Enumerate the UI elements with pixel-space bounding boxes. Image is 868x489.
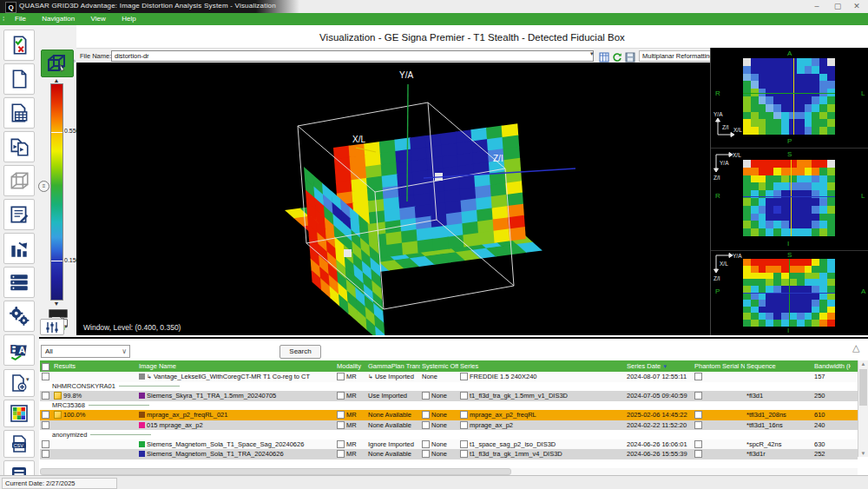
menu-help[interactable]: Help [115,13,141,25]
row-checkbox[interactable] [694,421,702,429]
close-button[interactable]: ✕ [847,0,866,12]
row-checkbox[interactable] [337,450,345,458]
document-table-button[interactable] [3,97,35,129]
panel-expand-chevron-icon[interactable]: › [73,56,76,65]
scale-up-arrow[interactable]: ▲ [49,77,63,83]
row-checkbox[interactable] [460,373,468,380]
table-row[interactable]: 100.0%mprage_ax_p2_freqRL_021MRNone Avai… [40,410,858,420]
header-gammaplan[interactable]: GammaPlan Transform [366,360,420,372]
row-checkbox[interactable] [694,373,702,380]
group-header-row[interactable]: NHMRCONSKYRA01 [40,382,858,392]
row-checkbox[interactable] [337,392,345,400]
view-3d-toggle-button[interactable] [41,50,74,77]
row-checkbox[interactable] [422,421,430,429]
row-checkbox[interactable] [422,411,430,419]
header-series[interactable]: Series [458,360,625,372]
color-scale-gradient[interactable] [50,83,63,301]
horizontal-scrollbar[interactable] [40,468,858,475]
table-header-row[interactable]: ResultsImage NameModalityGammaPlan Trans… [40,360,858,372]
ortho-view-axial[interactable]: A R L P Y/A Z/I X/L [711,48,868,148]
row-checkbox[interactable] [422,450,430,458]
maximize-button[interactable]: ▢ [828,0,847,12]
visualization-header: Visualization - GE Signa Premier - T1 St… [76,25,868,48]
ortho-view-sagittal[interactable]: S P A I Y/A X/L Z/I [711,251,868,335]
header-series-date[interactable]: Series Date ▼ [625,360,693,372]
select-all-checkbox[interactable] [42,363,49,371]
header-phantom-serial[interactable]: Phantom Serial Number [693,360,745,372]
levels-button[interactable] [40,319,64,335]
header-results[interactable]: Results [52,360,137,372]
row-checkbox[interactable] [694,440,702,448]
row-checkbox[interactable] [337,421,345,429]
levels-dropdown-caret[interactable]: ▾ [64,323,68,330]
settings-gears-button[interactable] [3,301,35,332]
bar-chart-button[interactable] [3,233,35,264]
header-image-name[interactable]: Image Name [137,360,335,372]
vertical-scroll-thumb[interactable] [859,369,867,406]
collapse-triangle-icon[interactable]: △ [852,342,859,354]
row-checkbox[interactable] [694,411,702,419]
copy-documents-button[interactable] [3,131,35,162]
axial-heatmap[interactable] [743,58,835,135]
table-row[interactable]: Siemens_Magnetom_Sola_T1_TRA_20240626MRN… [40,449,858,459]
filter-combobox[interactable]: All ∨ [41,345,130,358]
menu-file[interactable]: File [9,13,32,25]
header-sequence[interactable]: Sequence [745,360,812,372]
viewport-3d[interactable]: Y/A X/L Z/I Window, Level: (0.400, 0.350… [76,63,710,335]
row-checkbox[interactable] [337,411,345,419]
vertical-scrollbar[interactable]: ▲ ▼ [858,360,868,457]
export-document-button[interactable]: ▾ [3,369,35,397]
file-dropdown-caret-icon[interactable]: ▾ [590,50,594,57]
row-checkbox[interactable] [460,392,468,400]
header-systemic-offset[interactable]: Systemic Offset [420,360,458,372]
row-checkbox[interactable] [42,440,49,448]
search-button[interactable]: Search [279,345,321,359]
table-row[interactable]: ↳Vantage_LeksellG_WithCoregCT-MR T1 Co-r… [40,372,858,382]
color-grid-button[interactable] [3,400,35,427]
row-checkbox[interactable] [422,392,430,400]
menu-grip-icon[interactable]: ⁞ [3,15,4,23]
group-header-row[interactable]: MRC35368 [40,401,858,411]
table-row[interactable]: 99.8%Siemens_Skyra_T1_TRA_1.5mm_20240705… [40,391,858,401]
horizontal-scroll-thumb[interactable] [40,468,511,475]
display-toggle-dark-button[interactable] [49,309,68,318]
header-modality[interactable]: Modality [335,360,366,372]
coronal-heatmap[interactable] [743,160,835,236]
csv-export-button[interactable]: CSV [3,430,35,458]
row-checkbox[interactable] [460,440,468,448]
scale-lock-button[interactable]: ≡ [38,181,49,192]
header-select[interactable] [40,360,52,372]
cube-3d-button[interactable] [3,165,35,196]
scroll-down-icon[interactable]: ▼ [858,450,868,457]
row-checkbox[interactable] [42,411,49,419]
new-document-button[interactable] [3,63,35,95]
row-checkbox[interactable] [694,450,702,458]
menu-navigation[interactable]: Navigation [36,13,81,25]
row-checkbox[interactable] [337,440,345,448]
table-row[interactable]: 015 mprage_ax_p2MRNone AvailableNonempra… [40,420,858,431]
ortho-view-coronal[interactable]: S R L I X/L Y/A Z/I [711,149,868,250]
row-checkbox[interactable] [422,440,430,448]
validate-export-button[interactable] [3,30,35,61]
row-checkbox[interactable] [337,373,345,380]
edit-list-button[interactable] [3,199,35,230]
row-checkbox[interactable] [460,421,468,429]
table-row[interactable]: Siemens_Magnetom_Sola_T1_Space_Sag_20240… [40,439,858,450]
row-checkbox[interactable] [42,392,49,400]
heatmap-cell [759,182,766,190]
minimize-button[interactable]: – [807,0,826,12]
row-checkbox[interactable] [42,373,49,380]
scroll-up-icon[interactable]: ▲ [858,360,868,367]
row-checkbox[interactable] [42,421,49,429]
row-checkbox[interactable] [460,411,468,419]
font-check-button[interactable]: B A [3,334,35,366]
row-checkbox[interactable] [460,450,468,458]
file-name-input[interactable]: distortion-dr [111,50,594,62]
menu-view[interactable]: View [85,13,112,25]
row-checkbox[interactable] [42,450,49,458]
row-checkbox[interactable] [694,392,702,400]
header-bandwidth[interactable]: Bandwidth (Hz/px [812,360,851,372]
group-header-row[interactable]: anonymized [40,430,858,439]
database-server-button[interactable] [3,267,35,298]
scale-down-arrow[interactable]: ▼ [49,301,63,307]
